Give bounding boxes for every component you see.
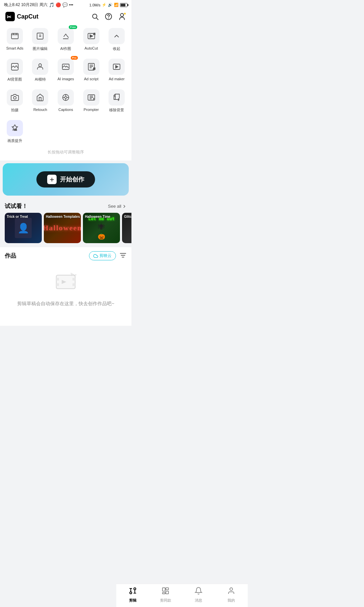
ai-model-icon (32, 59, 48, 75)
pro-badge: Pro (71, 56, 78, 60)
battery-icon (120, 3, 127, 7)
search-button[interactable] (91, 12, 99, 21)
tool-retouch[interactable]: Retouch (28, 86, 53, 115)
remove-bg-icon (109, 89, 125, 106)
works-header: 作品 剪映云 (0, 247, 131, 263)
tool-collapse[interactable]: 收起 (104, 25, 129, 54)
svg-text:AI: AI (93, 67, 95, 70)
svg-line-3 (96, 18, 98, 20)
retouch-icon (32, 89, 48, 106)
svg-rect-25 (56, 278, 59, 281)
ai-bg-icon (7, 59, 23, 75)
empty-state: 剪辑草稿会自动保存在这里，快去创作作品吧~ (0, 263, 131, 320)
help-button[interactable] (104, 12, 113, 21)
tool-ai-images[interactable]: Pro AI images (54, 55, 78, 85)
profile-button[interactable] (118, 12, 126, 21)
tool-ai-bg[interactable]: AI背景图 (3, 55, 27, 85)
template-halloween-templates[interactable]: Halloween Halloween Templates (44, 213, 81, 243)
tool-ad-script[interactable]: AI Ad script (79, 55, 103, 85)
template-glitch-halloween[interactable]: 👻 Glitch Halloween (122, 213, 131, 243)
prompter-icon (83, 89, 99, 106)
works-section: 作品 剪映云 (0, 247, 131, 326)
tool-smart-ads[interactable]: Smart Ads (3, 25, 27, 54)
tool-prompter[interactable]: Prompter (79, 86, 103, 115)
svg-text:AI: AI (93, 33, 95, 35)
app-logo: ✂ CapCut (5, 12, 38, 21)
status-indicators: 1.0M/s ⚡ 🔊 📶 (89, 3, 127, 7)
capcut-logo-icon: ✂ (5, 12, 15, 21)
tool-image-edit[interactable]: 图片编辑 (28, 25, 53, 54)
try-section-header: 试试看！ See all (0, 198, 131, 213)
free-badge: Free (69, 25, 77, 29)
try-section: 试试看！ See all 👤 Trick or Treat (0, 198, 131, 247)
app-header: ✂ CapCut (0, 9, 131, 25)
sort-button[interactable] (119, 252, 127, 260)
camera-icon (7, 89, 23, 106)
drag-hint: 长按拖动可调整顺序 (3, 146, 129, 158)
plus-icon: ＋ (47, 175, 57, 184)
autocut-icon: AI (83, 28, 99, 44)
svg-rect-28 (72, 283, 75, 286)
tool-remove-bg[interactable]: 移除背景 (104, 86, 129, 115)
create-section: ＋ 开始创作 (3, 163, 129, 196)
ad-maker-icon (109, 59, 125, 75)
try-section-title: 试试看！ (5, 202, 28, 210)
captions-icon (58, 89, 74, 106)
svg-rect-7 (37, 33, 43, 39)
svg-point-5 (109, 18, 109, 18)
works-actions: 剪映云 (89, 251, 127, 260)
works-title: 作品 (5, 252, 16, 260)
enhance-icon: AI (7, 120, 23, 136)
tool-captions[interactable]: Captions (54, 86, 78, 115)
tool-ai-draw[interactable]: Free AI作图 (54, 25, 78, 54)
see-all-button[interactable]: See all (108, 204, 127, 209)
svg-rect-27 (72, 278, 75, 281)
smart-ads-icon (7, 28, 23, 44)
tool-autocut[interactable]: AI AutoCut (79, 25, 103, 54)
svg-rect-26 (56, 283, 59, 286)
svg-rect-6 (11, 33, 18, 39)
collapse-icon (109, 28, 125, 44)
status-time: 晚上8:42 10月28日 周六 🎵 🔴 💬 ••• (4, 2, 73, 8)
film-icon (55, 271, 77, 297)
svg-point-15 (13, 96, 16, 99)
svg-point-17 (65, 96, 67, 98)
tool-enhance[interactable]: AI 画质提升 (3, 117, 27, 146)
templates-scroll: 👤 Trick or Treat Halloween Halloween Tem… (0, 213, 131, 247)
svg-text:AI: AI (14, 128, 17, 131)
tool-ai-model[interactable]: AI模特 (28, 55, 53, 85)
create-button[interactable]: ＋ 开始创作 (36, 171, 95, 187)
status-bar: 晚上8:42 10月28日 周六 🎵 🔴 💬 ••• 1.0M/s ⚡ 🔊 📶 (0, 0, 131, 9)
tools-section: Smart Ads 图片编辑 Free (0, 25, 131, 161)
ai-images-icon: Pro (58, 59, 74, 75)
template-halloween-time[interactable]: Let me out 🕷 🎃 Halloween Time (83, 213, 120, 243)
header-actions (91, 12, 126, 21)
svg-text:✂: ✂ (7, 14, 11, 20)
template-trick-or-treat[interactable]: 👤 Trick or Treat (5, 213, 42, 243)
tool-camera[interactable]: 拍摄 (3, 86, 27, 115)
ai-draw-icon: Free (58, 28, 74, 44)
empty-state-text: 剪辑草稿会自动保存在这里，快去创作作品吧~ (17, 301, 114, 307)
ad-script-icon: AI (83, 59, 99, 75)
tool-ad-maker[interactable]: Ad maker (104, 55, 129, 85)
cloud-button[interactable]: 剪映云 (89, 251, 116, 260)
notification-dot (124, 12, 126, 15)
tools-grid: Smart Ads 图片编辑 Free (3, 25, 129, 146)
image-edit-icon (32, 28, 48, 44)
